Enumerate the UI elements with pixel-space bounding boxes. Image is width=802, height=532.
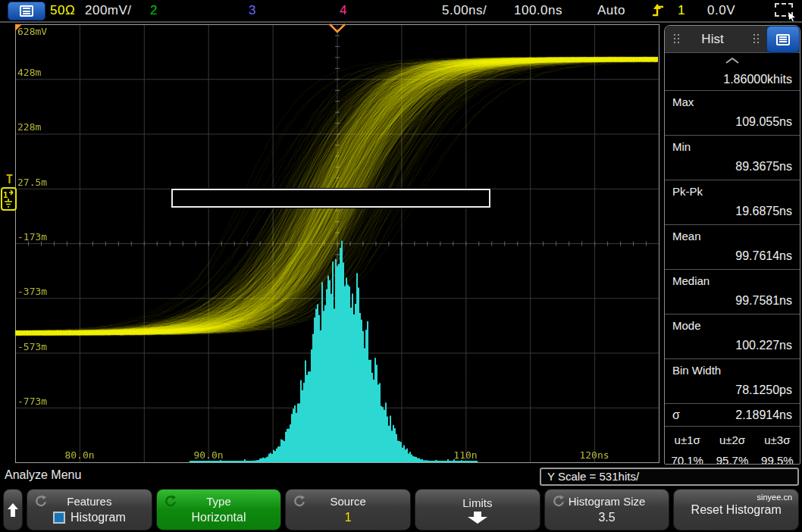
- softkey-limits[interactable]: Limits: [415, 489, 540, 530]
- stat-value: 100.227ns: [665, 336, 800, 358]
- ch2-button[interactable]: 2: [150, 3, 158, 18]
- ch1-ground-marker[interactable]: 1: [1, 187, 17, 211]
- trigger-mode[interactable]: Auto: [597, 3, 625, 18]
- sigma2-value: 95.7%: [710, 454, 754, 465]
- cycle-icon: [34, 494, 48, 511]
- x-axis-label: 110n: [453, 449, 477, 461]
- edge-trigger-icon: [650, 2, 667, 22]
- softkey-features[interactable]: Features Histogram: [27, 489, 152, 530]
- stat-row-pkpk: Pk-Pk 19.6875ns: [665, 180, 800, 225]
- x-axis-label: 90.0n: [193, 449, 223, 461]
- cycle-icon: [164, 494, 177, 511]
- softkey-label: Source: [330, 494, 366, 509]
- stat-row-sigma: σ 2.18914ns: [665, 404, 800, 427]
- softkey-source[interactable]: Source 1: [285, 489, 411, 530]
- menu-title: Analyze Menu: [5, 468, 81, 482]
- sigma-band-values: 70.1% 95.7% 99.5%: [665, 450, 800, 465]
- ch4-button[interactable]: 4: [340, 3, 347, 18]
- y-axis-label: -173m: [17, 231, 47, 243]
- selection-cursor-icon[interactable]: [775, 3, 793, 17]
- down-arrow-icon: [465, 511, 490, 524]
- status-bar: 50Ω 200mV/ 2 3 4 5.00ns/ 100.0ns Auto 1 …: [0, 0, 802, 23]
- sigma3-header: u±3σ: [755, 433, 800, 446]
- softkey-value: 1: [345, 509, 352, 526]
- softkey-type[interactable]: Type Horizontal: [156, 489, 282, 530]
- histogram-stats-panel: Hist 1.86000khits Max 109.055ns Min 89.3…: [664, 25, 800, 465]
- stat-value: 19.6875ns: [665, 202, 800, 224]
- trigger-level-value[interactable]: 0.0V: [707, 3, 735, 18]
- panel-title: Hist: [681, 32, 744, 47]
- trigger-level-marker[interactable]: T: [6, 173, 13, 186]
- trigger-position-marker[interactable]: [328, 23, 346, 33]
- menu-icon: [776, 34, 790, 45]
- stat-row-min: Min 89.3675ns: [665, 136, 800, 180]
- panel-header[interactable]: Hist: [665, 26, 800, 53]
- stat-value: 99.7614ns: [665, 246, 800, 269]
- x-axis-label: 80.0n: [64, 449, 94, 461]
- sigma-band-headers: u±1σ u±2σ u±3σ: [665, 430, 800, 450]
- panel-menu-button[interactable]: [766, 26, 800, 53]
- timebase-scale[interactable]: 5.00ns/: [442, 3, 487, 18]
- softkey-menu-bar: Analyze Menu Y Scale = 531hits/ Features…: [0, 466, 802, 532]
- sigma1-value: 70.1%: [665, 454, 710, 465]
- y-axis-label: -373m: [17, 286, 47, 297]
- stat-row-max: Max 109.055ns: [665, 91, 800, 136]
- sigma1-header: u±1σ: [665, 433, 710, 446]
- waveform-display: 628mV 428m 228m 27.5m -173m -373m -573m …: [0, 23, 659, 466]
- ch1-impedance[interactable]: 50Ω: [50, 3, 75, 18]
- stat-value: 2.18914ns: [735, 408, 792, 422]
- y-axis-label: 27.5m: [17, 177, 47, 188]
- softkey-value: Horizontal: [191, 509, 246, 526]
- softkey-label: Type: [206, 494, 231, 509]
- y-scale-readout: Y Scale = 531hits/: [540, 468, 799, 486]
- stat-value: 109.055ns: [665, 112, 800, 135]
- drag-grip-icon[interactable]: [674, 34, 681, 45]
- stat-value: 89.3675ns: [665, 157, 800, 180]
- timebase-delay[interactable]: 100.0ns: [514, 3, 562, 18]
- watermark: sinyee.cn: [757, 493, 792, 502]
- softkey-value: 3.5: [598, 509, 615, 526]
- stat-label: Max: [665, 91, 800, 112]
- y-axis-label: -773m: [17, 396, 47, 407]
- main-menu-button[interactable]: [8, 2, 45, 20]
- stat-label: Median: [665, 270, 800, 291]
- stat-label: σ: [672, 408, 735, 422]
- stat-label: Pk-Pk: [665, 180, 800, 202]
- sigma3-value: 99.5%: [755, 454, 800, 465]
- softkey-label: Reset Histogram: [691, 502, 782, 518]
- y-axis-label: 628mV: [17, 26, 47, 37]
- histogram-checkbox[interactable]: [53, 512, 65, 524]
- stat-row-mode: Mode 100.227ns: [665, 315, 800, 359]
- softkey-label: Histogram Size: [569, 494, 646, 509]
- drag-grip-icon[interactable]: [753, 34, 760, 45]
- collapse-chevron-icon[interactable]: [665, 53, 800, 68]
- cycle-icon: [293, 494, 306, 511]
- menu-icon: [20, 5, 33, 17]
- ch1-scale[interactable]: 200mV/: [85, 3, 132, 18]
- softkey-label: Limits: [462, 496, 492, 511]
- stat-label: Mode: [665, 315, 800, 336]
- hits-count: 1.86000khits: [665, 68, 800, 91]
- stat-label: Min: [665, 136, 800, 157]
- histogram-window-box[interactable]: [171, 189, 490, 208]
- ch3-button[interactable]: 3: [249, 3, 256, 18]
- stat-row-mean: Mean 99.7614ns: [665, 225, 800, 270]
- cycle-icon: [552, 494, 565, 511]
- svg-text:1: 1: [3, 190, 8, 200]
- softkey-reset-histogram[interactable]: sinyee.cn Reset Histogram: [673, 489, 799, 530]
- softkey-label: Features: [67, 494, 111, 509]
- trigger-source[interactable]: 1: [678, 3, 685, 18]
- up-arrow-icon: [7, 502, 19, 518]
- y-axis-label: -573m: [17, 341, 47, 352]
- stat-row-median: Median 99.7581ns: [665, 270, 800, 315]
- y-axis-label: 428m: [17, 67, 41, 78]
- persistence-waveform-canvas: [0, 23, 659, 465]
- oscilloscope-screen: 50Ω 200mV/ 2 3 4 5.00ns/ 100.0ns Auto 1 …: [0, 0, 802, 532]
- sigma2-header: u±2σ: [710, 433, 754, 446]
- softkey-histogram-size[interactable]: Histogram Size 3.5: [544, 489, 670, 530]
- stat-value: 78.1250ps: [665, 380, 800, 403]
- softkey-value: Histogram: [70, 509, 126, 526]
- stat-row-binwidth: Bin Width 78.1250ps: [665, 359, 800, 404]
- stat-value: 99.7581ns: [665, 291, 800, 314]
- menu-back-button[interactable]: [3, 489, 23, 530]
